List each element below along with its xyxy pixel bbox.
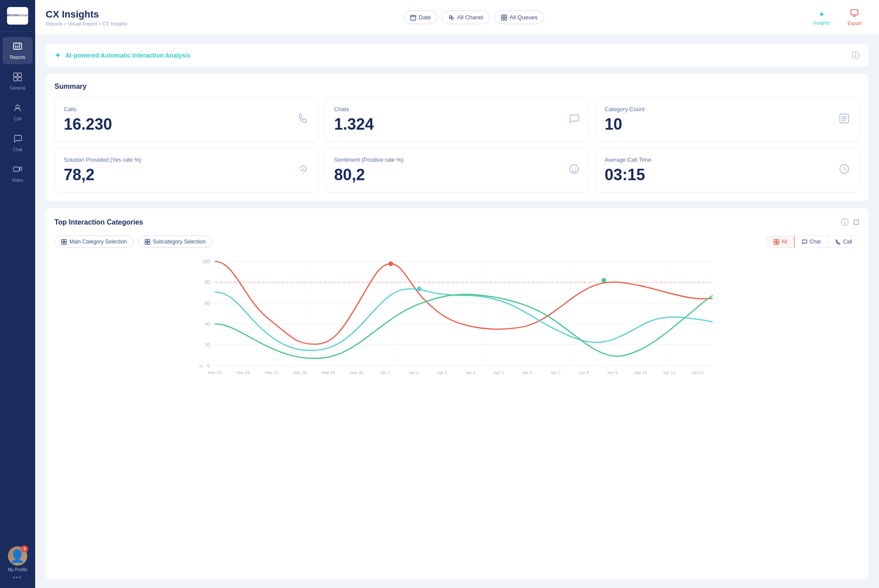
- chart-header: Top Interaction Categories ⓘ ⊡: [54, 217, 860, 228]
- sidebar-call-label: Call: [14, 116, 21, 121]
- main-category-label: Main Category Selection: [69, 239, 127, 245]
- chats-value: 1.324: [334, 115, 580, 134]
- main-category-selection-button[interactable]: Main Category Selection: [54, 236, 134, 248]
- svg-text:Mar 25: Mar 25: [208, 370, 222, 375]
- chart-svg: 100 80 60 40 20 0 %: [54, 257, 860, 380]
- chat-sidebar-icon: [13, 134, 22, 145]
- export-button[interactable]: Export: [840, 6, 868, 29]
- svg-point-64: [601, 278, 606, 283]
- avg-call-time-icon: [838, 163, 850, 178]
- main-content: CX Insights Reports > Visual Report > CX…: [35, 0, 879, 588]
- svg-text:Apr 9: Apr 9: [607, 370, 617, 375]
- svg-rect-36: [145, 240, 147, 242]
- svg-text:Mar 26: Mar 26: [236, 370, 250, 375]
- svg-rect-41: [777, 240, 779, 242]
- sidebar-video-label: Video: [12, 178, 23, 183]
- queues-filter-button[interactable]: All Queues: [494, 11, 545, 24]
- toggle-all-button[interactable]: All: [766, 236, 795, 247]
- svg-text:Apr 10: Apr 10: [635, 370, 647, 375]
- date-filter-button[interactable]: Date: [403, 11, 437, 24]
- chart-toggle-group: All Chat Call: [766, 236, 860, 248]
- sidebar-nav: Reports General Call: [0, 32, 35, 546]
- chats-card: Chats 1.324: [325, 98, 589, 142]
- toggle-chat-label: Chat: [810, 239, 821, 245]
- category-count-icon: [838, 112, 850, 127]
- svg-rect-39: [148, 242, 150, 244]
- chats-icon: [568, 112, 580, 127]
- summary-section: Summary Calls 16.230 Chats 1.324: [46, 74, 868, 201]
- chart-title: Top Interaction Categories: [54, 218, 143, 226]
- solution-label: Solution Provided (Yes rate %): [64, 156, 309, 163]
- chart-filter-group: Main Category Selection Subcategory Sele…: [54, 236, 212, 248]
- sentiment-icon: [568, 163, 580, 178]
- subcategory-label: Subcategory Selection: [153, 239, 206, 245]
- breadcrumb: Reports > Visual Report > CX Insights: [46, 21, 127, 26]
- channel-filter-button[interactable]: All Chanel: [442, 11, 490, 24]
- svg-rect-35: [64, 242, 66, 244]
- svg-rect-32: [62, 240, 64, 242]
- svg-rect-7: [18, 77, 22, 81]
- chart-section: Top Interaction Categories ⓘ ⊡ Main Cate…: [46, 208, 868, 579]
- svg-rect-40: [774, 240, 776, 242]
- svg-text:Apr 1: Apr 1: [380, 370, 390, 375]
- svg-point-65: [417, 287, 421, 291]
- category-count-card: Category Count 10: [596, 98, 860, 142]
- page-title: CX Insights: [46, 9, 127, 20]
- sidebar-item-reports[interactable]: Reports: [3, 37, 33, 64]
- toggle-call-label: Call: [843, 239, 852, 245]
- svg-text:Apr 5: Apr 5: [494, 370, 504, 375]
- svg-point-26: [570, 164, 578, 173]
- svg-rect-19: [505, 18, 507, 20]
- sidebar-item-video[interactable]: Video: [0, 158, 35, 189]
- svg-text:60: 60: [205, 301, 210, 306]
- video-icon: [13, 164, 22, 176]
- page-body: ✦ AI-powered Automatic Interaction Analy…: [35, 35, 879, 588]
- ai-info-icon[interactable]: ⓘ: [852, 50, 860, 61]
- insights-label: Insights: [813, 20, 830, 25]
- calls-value: 16.230: [64, 115, 309, 134]
- subcategory-selection-button[interactable]: Subcategory Selection: [138, 236, 212, 248]
- sidebar-item-general[interactable]: General: [0, 66, 35, 97]
- sidebar-item-chat[interactable]: Chat: [0, 127, 35, 158]
- chart-expand-icon[interactable]: ⊡: [853, 217, 860, 228]
- svg-rect-43: [777, 242, 779, 244]
- chart-container: 100 80 60 40 20 0 %: [54, 257, 860, 380]
- svg-rect-33: [64, 240, 66, 242]
- chats-label: Chats: [334, 106, 580, 113]
- svg-rect-5: [18, 73, 22, 76]
- svg-text:80: 80: [205, 279, 210, 285]
- svg-text:Apr 8: Apr 8: [579, 370, 589, 375]
- header-filters: Date All Chanel All Queues: [403, 11, 544, 24]
- svg-text:Apr 4: Apr 4: [465, 370, 476, 375]
- svg-text:Apr 3: Apr 3: [437, 370, 447, 375]
- my-profile-label: My Profile: [8, 567, 27, 572]
- solution-icon: [297, 163, 309, 178]
- avg-call-time-card: Average Call Time 03:15: [596, 148, 860, 192]
- sentiment-label: Sentiment (Positive rate %): [334, 156, 580, 163]
- svg-text:100: 100: [202, 259, 210, 264]
- toggle-call-button[interactable]: Call: [828, 236, 859, 247]
- chart-info-icon[interactable]: ⓘ: [841, 217, 849, 228]
- header: CX Insights Reports > Visual Report > CX…: [35, 0, 879, 35]
- svg-rect-38: [145, 242, 147, 244]
- insights-button[interactable]: ✦ Insights: [806, 7, 837, 28]
- sidebar-logo: CallCenter STUDIO: [0, 0, 35, 32]
- reports-icon: [13, 41, 22, 53]
- category-count-value: 10: [605, 115, 850, 134]
- export-icon: [850, 9, 859, 20]
- profile-dots-icon[interactable]: •••: [13, 574, 22, 581]
- my-profile-button[interactable]: 👤 3: [8, 546, 27, 566]
- svg-point-27: [571, 167, 572, 168]
- toggle-chat-button[interactable]: Chat: [795, 236, 828, 247]
- sentiment-card: Sentiment (Positive rate %) 80,2: [325, 148, 589, 192]
- queues-filter-label: All Queues: [510, 14, 538, 21]
- calls-label: Calls: [64, 106, 309, 113]
- category-count-label: Category Count: [605, 106, 850, 113]
- app-logo: CallCenter STUDIO: [7, 7, 28, 25]
- header-left: CX Insights Reports > Visual Report > CX…: [46, 9, 127, 26]
- svg-rect-16: [501, 15, 504, 17]
- chart-controls: Main Category Selection Subcategory Sele…: [54, 236, 860, 248]
- svg-rect-18: [501, 18, 504, 20]
- sidebar-item-call[interactable]: Call: [0, 97, 35, 127]
- svg-rect-37: [148, 240, 150, 242]
